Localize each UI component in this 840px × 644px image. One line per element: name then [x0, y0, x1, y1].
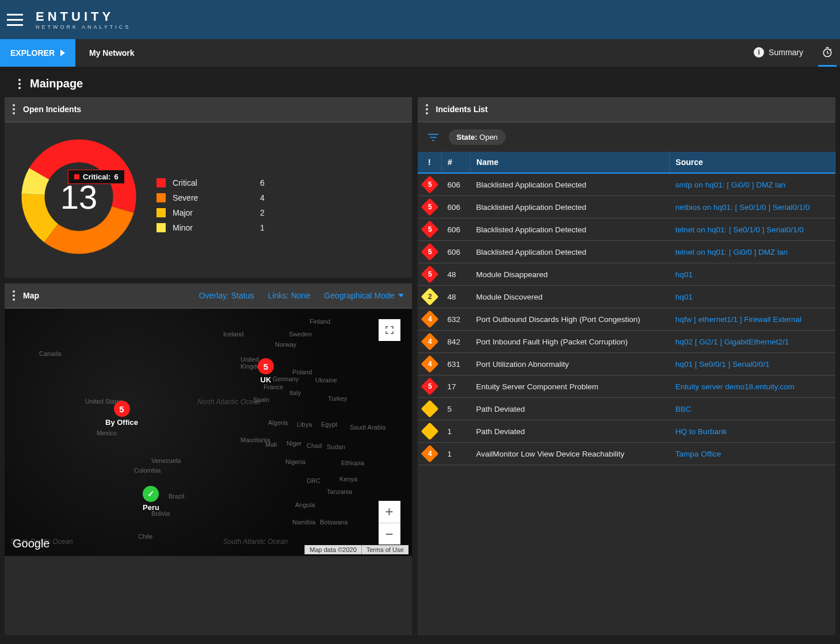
- cell-source: telnet on hq01: [ Gi0/0 ] DMZ lan: [670, 241, 835, 263]
- map-links-control[interactable]: Links: None: [268, 291, 310, 300]
- cell-source: hq01: [670, 286, 835, 308]
- header-right-tabs: i Summary: [750, 39, 840, 67]
- open-incidents-header: Open Incidents: [5, 97, 412, 122]
- source-link[interactable]: hqfw [ ethernet1/1 ] Firewall External: [675, 315, 801, 324]
- cell-severity: 4: [418, 308, 442, 331]
- source-link[interactable]: hq02 [ Gi2/1 ] GigabitEthernet2/1: [675, 338, 789, 346]
- source-link[interactable]: BBC: [675, 405, 692, 413]
- map-marker-label: By Office: [105, 418, 138, 427]
- map-pin-icon: 5: [114, 401, 130, 417]
- legend-value: 1: [260, 223, 265, 232]
- incidents-list-title: Incidents List: [436, 105, 488, 114]
- table-row[interactable]: 1Path DeviatedHQ to Burbank: [418, 420, 835, 443]
- map-label: Botswana: [320, 519, 348, 526]
- map-label: Tanzania: [327, 488, 352, 495]
- source-link[interactable]: netbios on hq01: [ Se0/1/0 ] Serial0/1/0: [675, 203, 810, 212]
- legend-row[interactable]: Minor1: [156, 223, 398, 232]
- map-overlay-control[interactable]: Overlay: Status: [199, 291, 254, 300]
- map-zoom-in-button[interactable]: +: [379, 501, 400, 523]
- source-link[interactable]: hq01 [ Se0/0/1 ] Serial0/0/1: [675, 360, 770, 369]
- cell-source: netbios on hq01: [ Se0/1/0 ] Serial0/1/0: [670, 196, 835, 218]
- severity-badge-icon: [421, 400, 438, 417]
- hamburger-menu-icon[interactable]: [7, 10, 25, 29]
- map-label: Spain: [253, 396, 269, 403]
- cell-name: Port Utilization Abnormality: [471, 353, 670, 375]
- map-canvas-container[interactable]: North Atlantic Ocean South Atlantic Ocea…: [5, 309, 412, 556]
- severity-badge-icon: 5: [421, 175, 438, 193]
- table-row[interactable]: 5Path DeviatedBBC: [418, 398, 835, 420]
- cell-source: smtp on hq01: [ Gi0/0 ] DMZ lan: [670, 173, 835, 196]
- cell-number: 5: [442, 398, 471, 420]
- cell-name: AvailMonitor Low View Device Reachabilit…: [471, 443, 670, 465]
- state-value: Open: [479, 133, 498, 141]
- legend-label: Severe: [173, 193, 253, 202]
- kebab-icon[interactable]: [18, 79, 21, 89]
- map-label: Mali: [265, 441, 277, 448]
- map-label: Sweden: [289, 331, 312, 338]
- legend-row[interactable]: Critical6: [156, 178, 398, 187]
- donut-tooltip-value: 6: [114, 172, 118, 181]
- map-mode-label: Geographical Mode: [324, 291, 394, 300]
- map-label: Poland: [292, 369, 312, 375]
- map-label: Namibia: [292, 519, 315, 526]
- map-zoom-out-button[interactable]: −: [379, 523, 400, 545]
- cell-number: 842: [442, 331, 471, 353]
- col-name[interactable]: Name: [471, 152, 670, 173]
- breadcrumb[interactable]: My Network: [89, 48, 135, 57]
- kebab-icon[interactable]: [13, 104, 15, 114]
- source-link[interactable]: Tampa Office: [675, 450, 721, 458]
- col-source[interactable]: Source: [670, 152, 835, 173]
- col-severity[interactable]: !: [418, 152, 442, 173]
- cell-number: 631: [442, 353, 471, 375]
- tab-summary-label: Summary: [769, 48, 803, 57]
- map-label: DRC: [307, 477, 320, 484]
- table-row[interactable]: 5606Blacklisted Application Detectedteln…: [418, 218, 835, 241]
- col-number[interactable]: #: [442, 152, 471, 173]
- source-link[interactable]: hq01: [675, 293, 693, 301]
- map-mode-control[interactable]: Geographical Mode: [324, 291, 403, 300]
- source-link[interactable]: hq01: [675, 270, 693, 279]
- tab-summary[interactable]: i Summary: [750, 39, 807, 67]
- legend-row[interactable]: Major2: [156, 208, 398, 217]
- source-link[interactable]: telnet on hq01: [ Gi0/0 ] DMZ lan: [675, 248, 788, 256]
- table-row[interactable]: 4842Port Inbound Fault High (Packet Corr…: [418, 331, 835, 353]
- state-filter-chip[interactable]: State: Open: [449, 129, 506, 145]
- source-link[interactable]: telnet on hq01: [ Se0/1/0 ] Serial0/1/0: [675, 225, 804, 234]
- severity-badge-icon: 5: [421, 243, 438, 260]
- kebab-icon[interactable]: [13, 290, 15, 301]
- table-row[interactable]: 5606Blacklisted Application Detectedteln…: [418, 241, 835, 263]
- map-fullscreen-button[interactable]: [379, 319, 400, 341]
- donut-legend: Critical6Severe4Major2Minor1: [156, 161, 398, 232]
- cell-severity: 5: [418, 218, 442, 241]
- table-row[interactable]: 548Module Disappearedhq01: [418, 263, 835, 286]
- map-marker-uk[interactable]: 5 UK: [258, 358, 274, 384]
- tab-clock[interactable]: [818, 39, 837, 67]
- donut-chart[interactable]: 13 Critical: 6: [18, 136, 139, 257]
- cell-name: Blacklisted Application Detected: [471, 173, 670, 196]
- map-terms-link[interactable]: Terms of Use: [361, 545, 408, 554]
- cell-name: Blacklisted Application Detected: [471, 196, 670, 218]
- table-row[interactable]: 5606Blacklisted Application Detectedsmtp…: [418, 173, 835, 196]
- filter-icon[interactable]: [427, 133, 440, 142]
- cell-source: BBC: [670, 398, 835, 420]
- chevron-down-icon: [398, 294, 404, 297]
- table-row[interactable]: 4631Port Utilization Abnormalityhq01 [ S…: [418, 353, 835, 375]
- map-label: Germany: [273, 375, 299, 382]
- map-title: Map: [23, 291, 39, 300]
- explorer-button[interactable]: EXPLORER: [0, 39, 75, 67]
- cell-name: Entuity Server Component Problem: [471, 375, 670, 398]
- legend-row[interactable]: Severe4: [156, 193, 398, 202]
- source-link[interactable]: Entuity server demo18.entuity.com: [675, 382, 795, 391]
- clock-icon: [822, 47, 833, 58]
- source-link[interactable]: smtp on hq01: [ Gi0/0 ] DMZ lan: [675, 181, 785, 189]
- table-row[interactable]: 5606Blacklisted Application Detectednetb…: [418, 196, 835, 218]
- map-marker-peru[interactable]: ✓ Peru: [143, 486, 159, 512]
- table-row[interactable]: 517Entuity Server Component ProblemEntui…: [418, 375, 835, 398]
- table-row[interactable]: 248Module Discoveredhq01: [418, 286, 835, 308]
- map-marker-by-office[interactable]: 5 By Office: [105, 401, 138, 427]
- kebab-icon[interactable]: [426, 104, 428, 114]
- cell-name: Module Disappeared: [471, 263, 670, 286]
- table-row[interactable]: 41AvailMonitor Low View Device Reachabil…: [418, 443, 835, 465]
- table-row[interactable]: 4632Port Outbound Discards High (Port Co…: [418, 308, 835, 331]
- source-link[interactable]: HQ to Burbank: [675, 427, 727, 436]
